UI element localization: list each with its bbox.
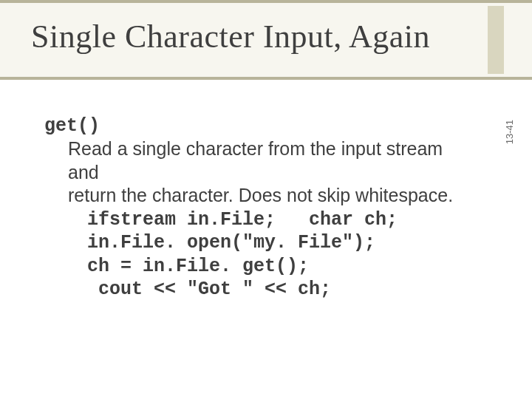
body-content: get() Read a single character from the i…	[44, 115, 466, 301]
page-number: 13-41	[504, 120, 515, 144]
slide-title: Single Character Input, Again	[31, 18, 430, 55]
code-line-2: in.File. open("my. File");	[87, 231, 466, 254]
code-line-4: cout << "Got " << ch;	[87, 278, 466, 301]
code-block: ifstream in.File; char ch; in.File. open…	[87, 208, 466, 301]
code-line-3: ch = in.File. get();	[87, 255, 466, 278]
function-name: get()	[44, 115, 466, 137]
title-band: Single Character Input, Again	[0, 0, 532, 80]
code-line-1: ifstream in.File; char ch;	[87, 208, 466, 231]
slide: Single Character Input, Again get() Read…	[0, 0, 532, 399]
code-frag-1a: ifstream in.File;	[87, 209, 309, 231]
description-line-2: return the character. Does not skip whit…	[68, 184, 466, 207]
description-line-1: Read a single character from the input s…	[68, 137, 466, 184]
code-frag-1b: char ch;	[309, 209, 398, 231]
title-accent	[488, 6, 504, 74]
